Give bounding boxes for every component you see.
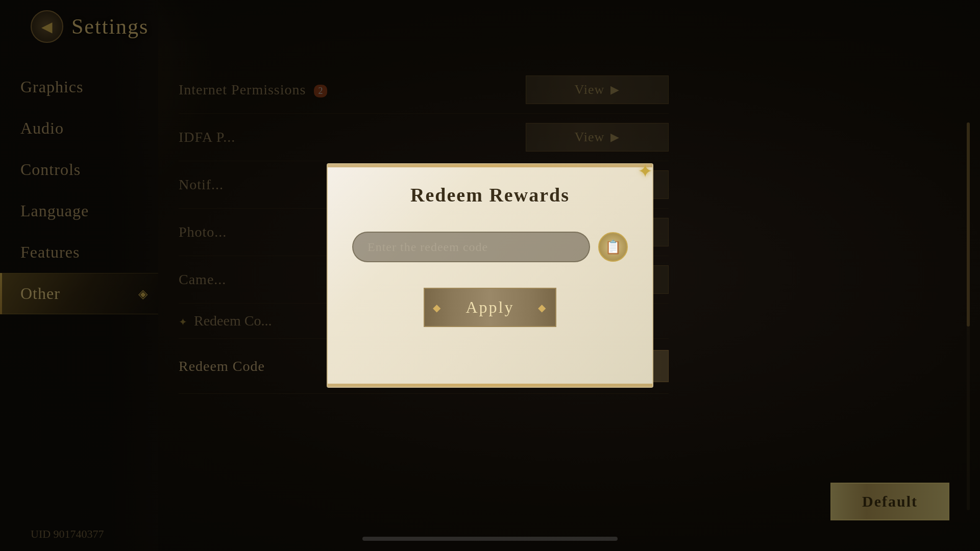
- modal-apply-button[interactable]: Apply: [424, 288, 556, 327]
- paste-button[interactable]: 📋: [598, 232, 628, 262]
- modal-content: Redeem Rewards 📋 Apply: [327, 163, 653, 347]
- modal-bottom-border: [328, 384, 652, 387]
- modal-input-row: 📋: [352, 232, 628, 262]
- paste-icon: 📋: [605, 239, 621, 255]
- close-button[interactable]: ✦: [632, 158, 658, 185]
- redeem-rewards-modal: ✦ Redeem Rewards 📋 Apply: [327, 163, 653, 388]
- redeem-code-input[interactable]: [352, 232, 590, 262]
- close-icon: ✦: [638, 162, 653, 181]
- modal-title: Redeem Rewards: [410, 184, 570, 206]
